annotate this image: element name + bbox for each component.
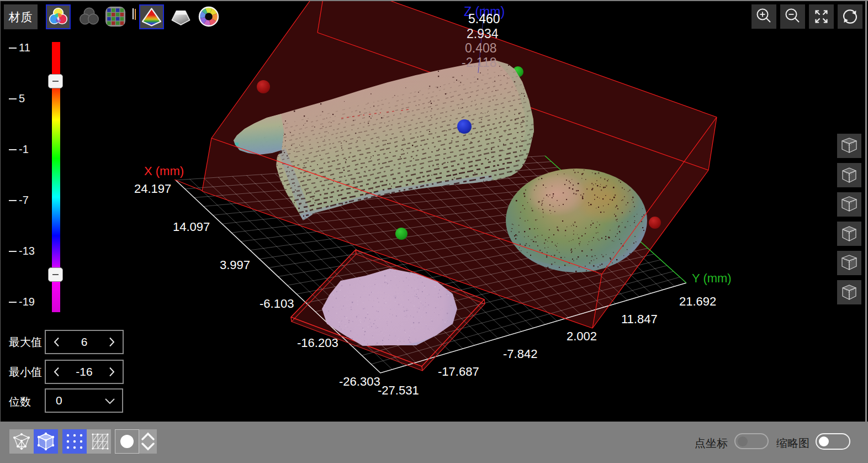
svg-text:-27.531: -27.531 bbox=[378, 383, 419, 397]
svg-text:-2.118: -2.118 bbox=[462, 55, 497, 70]
svg-text:X (mm): X (mm) bbox=[144, 164, 184, 178]
svg-text:-7.842: -7.842 bbox=[503, 347, 537, 361]
svg-text:21.692: 21.692 bbox=[679, 294, 716, 308]
svg-text:Y (mm): Y (mm) bbox=[692, 271, 732, 285]
svg-text:14.097: 14.097 bbox=[173, 220, 210, 234]
svg-text:2.002: 2.002 bbox=[567, 329, 597, 343]
svg-text:11.847: 11.847 bbox=[621, 312, 658, 326]
svg-text:0.408: 0.408 bbox=[465, 41, 497, 55]
svg-text:-16.203: -16.203 bbox=[297, 336, 338, 350]
svg-text:5.460: 5.460 bbox=[468, 12, 500, 26]
svg-text:24.197: 24.197 bbox=[134, 182, 171, 196]
svg-text:-6.103: -6.103 bbox=[260, 297, 294, 311]
svg-text:3.997: 3.997 bbox=[220, 258, 250, 272]
svg-text:-17.687: -17.687 bbox=[438, 365, 479, 378]
svg-text:2.934: 2.934 bbox=[467, 27, 499, 41]
svg-text:-26.303: -26.303 bbox=[339, 375, 380, 388]
